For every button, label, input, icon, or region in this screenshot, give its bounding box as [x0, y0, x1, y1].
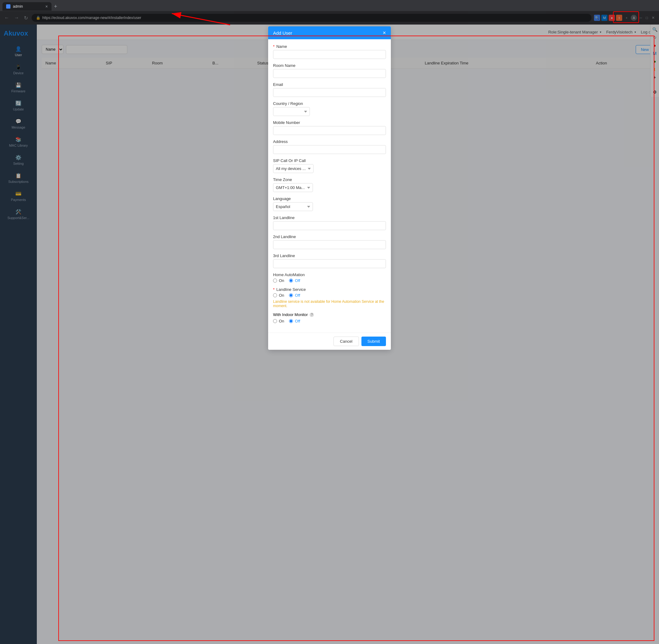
email-input[interactable] [273, 88, 386, 97]
tab-label: admin [13, 4, 23, 8]
language-select[interactable]: Español [273, 202, 313, 211]
email-group: Email [273, 82, 386, 97]
mobile-input[interactable] [273, 126, 386, 135]
home-automation-on-radio[interactable] [273, 279, 277, 282]
indoor-on-option[interactable]: On [273, 319, 284, 323]
landline-service-on-radio[interactable] [273, 293, 277, 297]
indoor-off-label: Off [295, 319, 300, 323]
indoor-monitor-radios: On Off [273, 319, 386, 323]
timezone-group: Time Zone GMT+1:00 Ma... [273, 177, 386, 192]
indoor-monitor-group: With Indoor Monitor ? On Off [273, 312, 386, 323]
indoor-monitor-off-radio[interactable] [289, 319, 293, 323]
indoor-monitor-label: With Indoor Monitor [273, 312, 308, 317]
landline-off-label: Off [295, 293, 300, 298]
landline-service-label: * Landline Service [273, 287, 386, 292]
name-group: * Name [273, 44, 386, 59]
app-container: Akuvox 👤 User 📱 Device 💾 Firmware 🔄 Upda… [0, 25, 659, 644]
modal-footer: Cancel Submit [268, 332, 391, 350]
landline-service-group: * Landline Service On Off [273, 287, 386, 308]
landline-service-off-radio[interactable] [289, 293, 293, 297]
cancel-btn[interactable]: Cancel [334, 337, 359, 346]
home-automation-off-radio[interactable] [289, 279, 293, 282]
landline1-label: 1st Landline [273, 215, 386, 220]
mobile-group: Mobile Number [273, 120, 386, 135]
landline-on-label: On [279, 293, 284, 298]
name-label: * Name [273, 44, 386, 49]
timezone-select[interactable]: GMT+1:00 Ma... [273, 183, 313, 192]
landline1-group: 1st Landline [273, 215, 386, 230]
tab-favicon [6, 4, 10, 8]
name-required: * [273, 44, 275, 49]
address-label: Address [273, 139, 386, 144]
sip-call-label: SIP Call Or IP Call [273, 158, 386, 163]
browser-tab-admin[interactable]: admin × [2, 2, 51, 11]
room-name-label: Room Name [273, 63, 386, 68]
email-label: Email [273, 82, 386, 87]
home-automation-on-option[interactable]: On [273, 278, 284, 283]
modal-overlay: Add User × * Name [37, 40, 659, 644]
landline3-input[interactable] [273, 259, 386, 268]
indoor-off-option[interactable]: Off [289, 319, 300, 323]
submit-btn[interactable]: Submit [361, 337, 386, 346]
landline3-label: 3rd Landline [273, 253, 386, 258]
home-automation-group: Home AutoMation On Off [273, 273, 386, 283]
landline2-group: 2nd Landline [273, 234, 386, 249]
home-automation-off-option[interactable]: Off [289, 278, 300, 283]
home-automation-label: Home AutoMation [273, 273, 386, 277]
language-group: Language Español [273, 197, 386, 211]
country-label: Country / Region [273, 101, 386, 106]
mobile-label: Mobile Number [273, 120, 386, 125]
address-input[interactable] [273, 145, 386, 154]
landline2-label: 2nd Landline [273, 234, 386, 239]
landline-on-option[interactable]: On [273, 293, 284, 298]
address-group: Address [273, 139, 386, 154]
sip-call-group: SIP Call Or IP Call All my devices ... [273, 158, 386, 173]
main-content: Role:Single-tenant Manager ▾ FerdyVisiot… [37, 25, 659, 644]
landline-service-radios: On Off [273, 293, 386, 298]
new-tab-btn[interactable]: + [51, 3, 60, 10]
landline-off-option[interactable]: Off [289, 293, 300, 298]
page-content: Name New Name SIP Room B... [37, 40, 659, 644]
timezone-label: Time Zone [273, 177, 386, 182]
indoor-monitor-label-row: With Indoor Monitor ? [273, 312, 386, 317]
home-automation-off-label: Off [295, 278, 300, 283]
landline2-input[interactable] [273, 240, 386, 249]
landline-required: * [273, 287, 275, 292]
country-select[interactable] [273, 107, 310, 116]
country-group: Country / Region [273, 101, 386, 116]
home-automation-radios: On Off [273, 278, 386, 283]
landline3-group: 3rd Landline [273, 253, 386, 268]
room-name-group: Room Name [273, 63, 386, 78]
add-user-modal: Add User × * Name [268, 40, 391, 350]
help-icon[interactable]: ? [310, 313, 314, 317]
indoor-on-label: On [279, 319, 284, 323]
landline1-input[interactable] [273, 221, 386, 230]
name-input[interactable] [273, 50, 386, 59]
indoor-monitor-on-radio[interactable] [273, 319, 277, 323]
landline-warning: Landline service is not available for Ho… [273, 299, 386, 308]
tab-close-btn[interactable]: × [45, 4, 48, 9]
sip-call-select[interactable]: All my devices ... [273, 164, 314, 173]
modal-body: * Name Room Name Email [268, 40, 391, 332]
tab-bar: admin × + [0, 0, 659, 11]
home-automation-on-label: On [279, 278, 284, 283]
language-label: Language [273, 197, 386, 201]
room-name-input[interactable] [273, 69, 386, 78]
